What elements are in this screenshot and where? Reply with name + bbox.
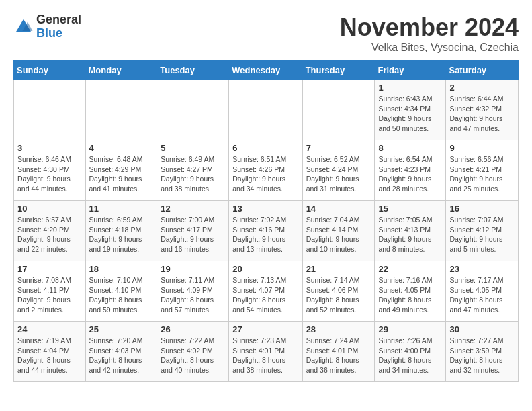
calendar-cell: 2Sunrise: 6:44 AM Sunset: 4:32 PM Daylig… xyxy=(446,80,519,140)
calendar-cell: 19Sunrise: 7:11 AM Sunset: 4:09 PM Dayli… xyxy=(157,261,229,322)
calendar-cell: 25Sunrise: 7:20 AM Sunset: 4:03 PM Dayli… xyxy=(85,322,157,382)
column-header-saturday: Saturday xyxy=(446,61,519,80)
day-info: Sunrise: 6:59 AM Sunset: 4:18 PM Dayligh… xyxy=(89,215,154,255)
day-info: Sunrise: 6:57 AM Sunset: 4:20 PM Dayligh… xyxy=(17,215,82,255)
month-title: November 2024 xyxy=(340,13,519,42)
column-header-monday: Monday xyxy=(85,61,157,80)
calendar-cell: 12Sunrise: 7:00 AM Sunset: 4:17 PM Dayli… xyxy=(157,201,229,261)
calendar-cell xyxy=(157,80,229,140)
logo-blue-text: Blue xyxy=(36,27,81,40)
calendar-cell: 30Sunrise: 7:27 AM Sunset: 3:59 PM Dayli… xyxy=(446,322,519,382)
day-info: Sunrise: 7:10 AM Sunset: 4:10 PM Dayligh… xyxy=(89,275,154,315)
day-info: Sunrise: 7:13 AM Sunset: 4:07 PM Dayligh… xyxy=(232,275,298,315)
day-info: Sunrise: 6:51 AM Sunset: 4:26 PM Dayligh… xyxy=(232,154,298,194)
day-info: Sunrise: 7:05 AM Sunset: 4:13 PM Dayligh… xyxy=(378,215,442,255)
calendar-cell: 13Sunrise: 7:02 AM Sunset: 4:16 PM Dayli… xyxy=(229,201,302,261)
calendar-cell: 26Sunrise: 7:22 AM Sunset: 4:02 PM Dayli… xyxy=(157,322,229,382)
calendar-cell: 5Sunrise: 6:49 AM Sunset: 4:27 PM Daylig… xyxy=(157,140,229,201)
day-info: Sunrise: 7:26 AM Sunset: 4:00 PM Dayligh… xyxy=(378,336,442,375)
day-info: Sunrise: 6:43 AM Sunset: 4:34 PM Dayligh… xyxy=(378,94,442,134)
calendar-cell: 28Sunrise: 7:24 AM Sunset: 4:01 PM Dayli… xyxy=(302,322,375,382)
day-number: 15 xyxy=(378,203,442,214)
calendar-cell: 23Sunrise: 7:17 AM Sunset: 4:05 PM Dayli… xyxy=(446,261,519,322)
calendar-cell xyxy=(302,80,375,140)
calendar-cell: 7Sunrise: 6:52 AM Sunset: 4:24 PM Daylig… xyxy=(302,140,375,201)
day-number: 18 xyxy=(89,264,154,274)
day-number: 26 xyxy=(161,324,225,334)
day-number: 5 xyxy=(161,143,225,153)
day-info: Sunrise: 7:02 AM Sunset: 4:16 PM Dayligh… xyxy=(232,215,298,255)
day-number: 8 xyxy=(378,143,442,153)
calendar-week-row: 1Sunrise: 6:43 AM Sunset: 4:34 PM Daylig… xyxy=(14,80,519,140)
calendar-cell: 18Sunrise: 7:10 AM Sunset: 4:10 PM Dayli… xyxy=(85,261,157,322)
day-number: 7 xyxy=(306,143,371,153)
day-number: 30 xyxy=(449,324,515,334)
calendar-cell: 6Sunrise: 6:51 AM Sunset: 4:26 PM Daylig… xyxy=(229,140,302,201)
calendar-week-row: 3Sunrise: 6:46 AM Sunset: 4:30 PM Daylig… xyxy=(14,140,519,201)
day-number: 20 xyxy=(232,264,298,274)
day-number: 28 xyxy=(306,324,371,334)
title-section: November 2024 Velka Bites, Vysocina, Cze… xyxy=(340,13,519,54)
calendar-cell xyxy=(14,80,86,140)
day-info: Sunrise: 7:19 AM Sunset: 4:04 PM Dayligh… xyxy=(17,336,82,375)
day-info: Sunrise: 6:56 AM Sunset: 4:21 PM Dayligh… xyxy=(449,154,515,194)
day-info: Sunrise: 7:24 AM Sunset: 4:01 PM Dayligh… xyxy=(306,336,371,375)
day-number: 16 xyxy=(449,203,515,214)
day-info: Sunrise: 7:14 AM Sunset: 4:06 PM Dayligh… xyxy=(306,275,371,315)
day-info: Sunrise: 6:52 AM Sunset: 4:24 PM Dayligh… xyxy=(306,154,371,194)
day-info: Sunrise: 7:22 AM Sunset: 4:02 PM Dayligh… xyxy=(161,336,225,375)
calendar-cell: 17Sunrise: 7:08 AM Sunset: 4:11 PM Dayli… xyxy=(14,261,86,322)
day-info: Sunrise: 7:08 AM Sunset: 4:11 PM Dayligh… xyxy=(17,275,82,315)
calendar-cell: 27Sunrise: 7:23 AM Sunset: 4:01 PM Dayli… xyxy=(229,322,302,382)
day-number: 19 xyxy=(161,264,225,274)
calendar-cell: 1Sunrise: 6:43 AM Sunset: 4:34 PM Daylig… xyxy=(375,80,446,140)
day-number: 9 xyxy=(449,143,515,153)
calendar-cell: 20Sunrise: 7:13 AM Sunset: 4:07 PM Dayli… xyxy=(229,261,302,322)
column-header-thursday: Thursday xyxy=(302,61,375,80)
calendar-cell: 24Sunrise: 7:19 AM Sunset: 4:04 PM Dayli… xyxy=(14,322,86,382)
day-number: 1 xyxy=(378,83,442,93)
day-info: Sunrise: 7:23 AM Sunset: 4:01 PM Dayligh… xyxy=(232,336,298,375)
calendar-cell: 22Sunrise: 7:16 AM Sunset: 4:05 PM Dayli… xyxy=(375,261,446,322)
day-info: Sunrise: 7:27 AM Sunset: 3:59 PM Dayligh… xyxy=(449,336,515,375)
day-number: 29 xyxy=(378,324,442,334)
day-number: 13 xyxy=(232,203,298,214)
day-info: Sunrise: 7:16 AM Sunset: 4:05 PM Dayligh… xyxy=(378,275,442,315)
column-header-wednesday: Wednesday xyxy=(229,61,302,80)
location-subtitle: Velka Bites, Vysocina, Czechia xyxy=(340,42,519,54)
day-info: Sunrise: 6:49 AM Sunset: 4:27 PM Dayligh… xyxy=(161,154,225,194)
calendar-cell: 15Sunrise: 7:05 AM Sunset: 4:13 PM Dayli… xyxy=(375,201,446,261)
calendar-cell: 11Sunrise: 6:59 AM Sunset: 4:18 PM Dayli… xyxy=(85,201,157,261)
calendar-week-row: 10Sunrise: 6:57 AM Sunset: 4:20 PM Dayli… xyxy=(14,201,519,261)
day-info: Sunrise: 6:44 AM Sunset: 4:32 PM Dayligh… xyxy=(449,94,515,134)
day-info: Sunrise: 7:00 AM Sunset: 4:17 PM Dayligh… xyxy=(161,215,225,255)
calendar-cell: 14Sunrise: 7:04 AM Sunset: 4:14 PM Dayli… xyxy=(302,201,375,261)
calendar-table: SundayMondayTuesdayWednesdayThursdayFrid… xyxy=(13,60,519,382)
day-number: 23 xyxy=(449,264,515,274)
day-info: Sunrise: 6:48 AM Sunset: 4:29 PM Dayligh… xyxy=(89,154,154,194)
calendar-cell: 9Sunrise: 6:56 AM Sunset: 4:21 PM Daylig… xyxy=(446,140,519,201)
calendar-cell xyxy=(229,80,302,140)
day-info: Sunrise: 7:11 AM Sunset: 4:09 PM Dayligh… xyxy=(161,275,225,315)
day-number: 24 xyxy=(17,324,82,334)
day-number: 17 xyxy=(17,264,82,274)
calendar-cell: 21Sunrise: 7:14 AM Sunset: 4:06 PM Dayli… xyxy=(302,261,375,322)
day-number: 3 xyxy=(17,143,82,153)
day-number: 25 xyxy=(89,324,154,334)
logo: General Blue xyxy=(13,13,81,40)
calendar-cell: 3Sunrise: 6:46 AM Sunset: 4:30 PM Daylig… xyxy=(14,140,86,201)
calendar-header-row: SundayMondayTuesdayWednesdayThursdayFrid… xyxy=(14,61,519,80)
column-header-tuesday: Tuesday xyxy=(157,61,229,80)
column-header-friday: Friday xyxy=(375,61,446,80)
page-header: General Blue November 2024 Velka Bites, … xyxy=(13,13,519,54)
day-number: 21 xyxy=(306,264,371,274)
day-info: Sunrise: 7:17 AM Sunset: 4:05 PM Dayligh… xyxy=(449,275,515,315)
day-number: 2 xyxy=(449,83,515,93)
logo-icon xyxy=(13,17,34,37)
day-number: 6 xyxy=(232,143,298,153)
day-number: 4 xyxy=(89,143,154,153)
day-info: Sunrise: 6:54 AM Sunset: 4:23 PM Dayligh… xyxy=(378,154,442,194)
calendar-cell xyxy=(85,80,157,140)
calendar-cell: 29Sunrise: 7:26 AM Sunset: 4:00 PM Dayli… xyxy=(375,322,446,382)
calendar-week-row: 24Sunrise: 7:19 AM Sunset: 4:04 PM Dayli… xyxy=(14,322,519,382)
